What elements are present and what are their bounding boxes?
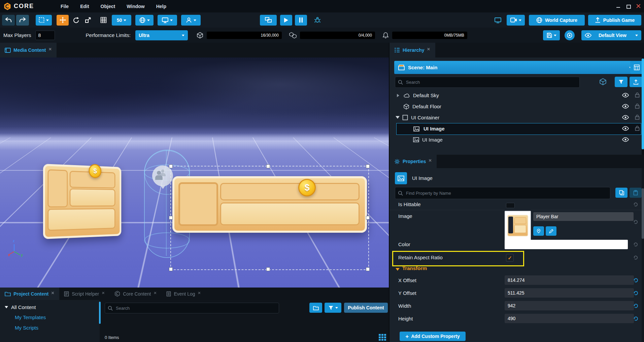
tab-properties[interactable]: Properties × — [389, 155, 437, 168]
scene-manager-button[interactable] — [630, 61, 643, 74]
reset-color-button[interactable] — [632, 241, 639, 248]
max-players-input[interactable]: 8 — [35, 31, 55, 40]
retain-aspect-ratio-checkbox[interactable]: ✓ — [506, 254, 514, 262]
sidebar-item-my-templates[interactable]: My Templates — [15, 314, 46, 320]
reset-retain-button[interactable] — [632, 254, 639, 261]
find-asset-button[interactable] — [533, 226, 544, 236]
reset-height-button[interactable] — [632, 315, 639, 322]
performance-dropdown[interactable]: Ultra — [135, 30, 188, 40]
selection-handle-ne[interactable] — [366, 164, 370, 168]
lock-icon[interactable] — [635, 114, 640, 120]
reset-y-offset-button[interactable] — [632, 290, 639, 296]
play-button[interactable] — [280, 15, 292, 26]
grid-view-icon[interactable] — [378, 334, 386, 341]
visibility-eye-icon[interactable] — [622, 115, 629, 120]
tab-close-icon[interactable]: × — [427, 48, 431, 52]
paste-properties-button[interactable] — [630, 188, 642, 198]
visibility-eye-icon[interactable] — [622, 93, 629, 98]
tree-row-default-sky[interactable]: Default Sky — [389, 90, 642, 101]
minimize-icon[interactable] — [616, 4, 620, 8]
sidebar-item-all-content[interactable]: All Content — [5, 304, 36, 310]
edit-asset-button[interactable] — [546, 226, 556, 236]
transform-expander-icon[interactable] — [396, 268, 400, 273]
tree-row-ui-image[interactable]: UI Image — [389, 134, 642, 145]
publish-content-button[interactable]: Publish Content — [344, 303, 388, 313]
selection-handle-s[interactable] — [266, 267, 270, 271]
avatar-mode-dropdown[interactable] — [181, 15, 201, 26]
selection-handle-sw[interactable] — [169, 267, 173, 271]
filter-objects-cube-icon[interactable] — [599, 78, 607, 85]
publish-game-button[interactable]: Publish Game — [588, 15, 641, 26]
scale-tool-button[interactable] — [82, 15, 94, 26]
tab-close-icon[interactable]: × — [51, 292, 55, 296]
new-folder-button[interactable] — [309, 303, 322, 313]
undo-button[interactable] — [2, 15, 15, 26]
select-mode-button[interactable] — [36, 15, 52, 26]
tab-close-icon[interactable]: × — [154, 292, 157, 296]
scene-selector[interactable]: Scene: Main — [394, 61, 636, 74]
grid-size-dropdown[interactable]: 50 — [112, 15, 131, 26]
tab-core-content[interactable]: Core Content × — [110, 288, 162, 300]
width-field[interactable]: 942 — [505, 301, 634, 310]
reset-x-offset-button[interactable] — [632, 277, 639, 283]
menu-object[interactable]: Object — [95, 4, 121, 9]
height-field[interactable]: 490 — [505, 314, 634, 323]
lock-icon[interactable] — [635, 125, 640, 131]
reset-image-button[interactable] — [632, 219, 639, 225]
world-mode-dropdown[interactable] — [135, 15, 154, 26]
tab-project-content[interactable]: Project Content × — [0, 288, 59, 300]
color-swatch[interactable] — [505, 240, 628, 249]
tab-close-icon[interactable]: × — [102, 292, 105, 296]
tree-row-ui-container[interactable]: UI Container — [389, 112, 642, 123]
selection-handle-n[interactable] — [266, 164, 270, 168]
multiplayer-preview-button[interactable] — [260, 15, 277, 26]
selection-handle-e[interactable] — [366, 216, 370, 220]
hierarchy-import-button[interactable] — [630, 77, 642, 87]
viewport-3d[interactable]: $ $ z x y — [0, 58, 389, 288]
menu-file[interactable]: File — [55, 4, 74, 9]
visibility-eye-icon[interactable] — [622, 126, 629, 131]
maximize-icon[interactable] — [626, 4, 631, 8]
menu-help[interactable]: Help — [150, 4, 172, 9]
ui-image-panel-left[interactable]: $ — [43, 164, 121, 239]
default-view-dropdown[interactable]: Default View — [581, 30, 641, 40]
selection-handle-nw[interactable] — [169, 164, 173, 168]
tab-close-icon[interactable]: × — [48, 48, 52, 52]
expander-collapsed-icon[interactable] — [397, 94, 401, 97]
lock-icon[interactable] — [635, 92, 640, 98]
visibility-eye-icon[interactable] — [622, 137, 629, 142]
properties-scrollbar-thumb[interactable] — [642, 188, 644, 239]
tree-row-default-floor[interactable]: Default Floor — [389, 101, 642, 112]
camera-dropdown[interactable] — [507, 15, 525, 26]
rotate-tool-button[interactable] — [70, 15, 81, 26]
image-asset-field[interactable]: Player Bar — [533, 212, 634, 221]
help-target-button[interactable] — [565, 30, 575, 40]
image-thumbnail[interactable] — [505, 211, 531, 240]
reset-width-button[interactable] — [632, 302, 639, 309]
save-dropdown[interactable] — [543, 30, 560, 40]
transform-section-label[interactable]: Transform — [402, 265, 427, 271]
debug-button[interactable] — [312, 15, 323, 26]
add-custom-property-button[interactable]: + Add Custom Property — [400, 332, 466, 341]
hierarchy-scrollbar-thumb[interactable] — [642, 59, 644, 149]
snap-grid-button[interactable] — [98, 15, 109, 26]
selection-handle-w[interactable] — [169, 216, 173, 220]
tree-row-ui-image-selected[interactable]: UI Image — [396, 123, 641, 135]
redo-button[interactable] — [16, 15, 29, 26]
visibility-eye-icon[interactable] — [622, 104, 629, 109]
copy-properties-button[interactable] — [615, 188, 628, 198]
is-hittable-checkbox[interactable] — [506, 203, 515, 208]
tab-close-icon[interactable]: × — [198, 292, 201, 296]
tab-media-content[interactable]: Media Content × — [0, 43, 57, 58]
tab-close-icon[interactable]: × — [429, 160, 432, 163]
tab-hierarchy[interactable]: Hierarchy × — [389, 43, 435, 58]
selection-handle-se[interactable] — [366, 267, 370, 271]
sidebar-scrollbar-thumb[interactable] — [99, 302, 101, 324]
y-offset-field[interactable]: 511.425 — [505, 288, 634, 298]
expander-expanded-icon[interactable] — [396, 116, 400, 121]
lock-icon[interactable] — [635, 103, 640, 109]
pause-button[interactable] — [295, 15, 307, 26]
tab-event-log[interactable]: Event Log × — [162, 288, 206, 300]
content-filter-dropdown[interactable] — [325, 303, 341, 313]
reset-is-hittable-button[interactable] — [632, 201, 639, 208]
